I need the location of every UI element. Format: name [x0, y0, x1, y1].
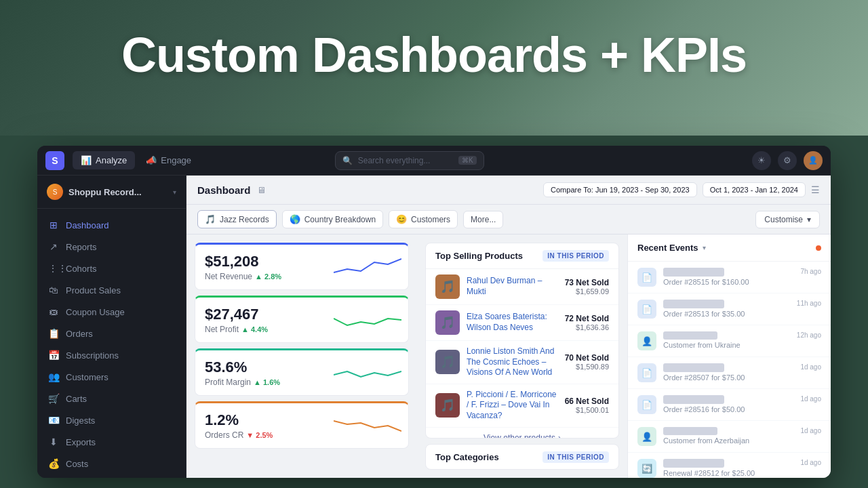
- event-time-2: 12h ago: [797, 331, 821, 339]
- org-chevron-icon: ▾: [173, 188, 176, 196]
- sidebar-label-exports: Exports: [66, 437, 96, 447]
- page-title: Dashboard: [197, 184, 250, 196]
- top-products-header: Top Selling Products IN THIS PERIOD: [426, 243, 618, 269]
- sidebar-item-carts[interactable]: 🛒 Carts: [37, 388, 186, 409]
- nav-tab-analyze[interactable]: 📊 Analyze: [73, 151, 135, 169]
- content-area: Dashboard 🖥 Compare To: Jun 19, 2023 - S…: [186, 176, 831, 478]
- event-desc-1: Order #28513 for $35.00: [663, 310, 790, 318]
- event-icon-0: 📄: [637, 268, 656, 287]
- event-icon-3: 📄: [637, 363, 656, 382]
- settings-button[interactable]: ⚙: [778, 151, 797, 170]
- more-tabs-button[interactable]: More...: [463, 211, 503, 228]
- orders-cr-change: ▼ 2.5%: [246, 431, 273, 439]
- carts-icon: 🛒: [48, 393, 59, 404]
- sidebar-item-cohorts[interactable]: ⋮⋮ Cohorts: [37, 258, 186, 279]
- sidebar-item-dashboard[interactable]: ⊞ Dashboard: [37, 214, 186, 236]
- metric-card-orders-cr: 1.2% Orders CR ▼ 2.5%: [195, 401, 409, 449]
- tab-customers[interactable]: 😊 Customers: [389, 210, 458, 228]
- customise-button[interactable]: Customise ▾: [755, 211, 820, 228]
- product-revenue-1: $1,636.36: [565, 323, 609, 331]
- product-revenue-0: $1,659.09: [565, 287, 609, 296]
- event-row-1: 📄 ██████████ ✓ Order #28513 for $35.00 1…: [628, 293, 831, 325]
- top-categories-card: Top Categories IN THIS PERIOD: [425, 444, 619, 470]
- product-row-1: 🎵 Elza Soares Baterista: Wilson Das Neve…: [426, 305, 618, 341]
- compare-badge[interactable]: Compare To: Jun 19, 2023 - Sep 30, 2023: [543, 182, 697, 197]
- search-shortcut: ⌘K: [458, 156, 477, 165]
- product-name-1[interactable]: Elza Soares Baterista: Wilson Das Neves: [467, 312, 558, 333]
- sidebar-label-cohorts: Cohorts: [66, 264, 97, 274]
- analyze-icon: 📊: [81, 155, 92, 165]
- event-desc-3: Order #28507 for $75.00: [663, 373, 793, 382]
- app-logo[interactable]: S: [45, 151, 64, 170]
- product-sold-0: 73 Net Sold: [565, 278, 609, 287]
- view-more-products[interactable]: View other products ›: [426, 428, 618, 439]
- dashboard-body: $51,208 Net Revenue ▲ 2.8% $: [186, 235, 831, 478]
- sidebar-item-coupon-usage[interactable]: 🎟 Coupon Usage: [37, 301, 186, 323]
- sidebar-nav: ⊞ Dashboard ↗ Reports ⋮⋮ Cohorts 🛍 Produ…: [37, 209, 186, 478]
- event-time-1: 11h ago: [797, 300, 821, 307]
- sidebar-item-subscriptions[interactable]: 📅 Subscriptions: [37, 344, 186, 366]
- product-row-3: 🎵 P. Piccioni / E. Morricone / F. Frizzi…: [426, 384, 618, 428]
- product-thumb-1: 🎵: [435, 310, 460, 335]
- date-controls: Compare To: Jun 19, 2023 - Sep 30, 2023 …: [543, 182, 820, 197]
- event-row-4: 📄 ██████████ ✓ Order #28516 for $50.00 1…: [628, 389, 831, 421]
- product-sales-icon: 🛍: [48, 285, 59, 296]
- product-name-2[interactable]: Lonnie Liston Smith And The Cosmic Echoe…: [467, 346, 558, 378]
- customise-label: Customise: [764, 215, 803, 224]
- event-time-6: 1d ago: [800, 459, 821, 466]
- product-row-0: 🎵 Rahul Dev Burman – Mukti 73 Net Sold $…: [426, 269, 618, 305]
- product-name-3[interactable]: P. Piccioni / E. Morricone / F. Frizzi –…: [467, 390, 558, 422]
- cohorts-icon: ⋮⋮: [48, 263, 59, 274]
- event-content-4: ██████████ ✓ Order #28516 for $50.00: [663, 395, 793, 413]
- top-categories-header: Top Categories IN THIS PERIOD: [426, 445, 618, 470]
- user-avatar[interactable]: 👤: [804, 151, 823, 170]
- profit-margin-change: ▲ 1.6%: [254, 378, 280, 386]
- content-header: Dashboard 🖥 Compare To: Jun 19, 2023 - S…: [186, 176, 831, 205]
- sidebar-item-digests[interactable]: 📧 Digests: [37, 409, 186, 431]
- org-selector[interactable]: S Shoppu Record... ▾: [37, 176, 186, 209]
- tab-country-breakdown[interactable]: 🌎 Country Breakdown: [282, 210, 383, 228]
- nav-tab-engage[interactable]: 📣 Engage: [138, 151, 199, 169]
- compare-label: Compare To:: [551, 186, 593, 194]
- reports-icon: ↗: [48, 241, 59, 252]
- country-breakdown-tab-icon: 🌎: [290, 214, 300, 224]
- customers-tab-icon: 😊: [396, 214, 407, 224]
- event-icon-1: 📄: [637, 300, 656, 319]
- orders-icon: 📋: [48, 328, 59, 339]
- sidebar-label-customers: Customers: [66, 372, 108, 382]
- search-bar[interactable]: 🔍 Search everything... ⌘K: [335, 151, 484, 170]
- event-icon-6: 🔄: [637, 459, 656, 478]
- sidebar-item-reports[interactable]: ↗ Reports: [37, 236, 186, 258]
- product-stats-0: 73 Net Sold $1,659.09: [565, 278, 609, 296]
- sidebar-item-customers[interactable]: 👥 Customers: [37, 366, 186, 388]
- net-profit-chart: [334, 305, 401, 335]
- top-nav: S 📊 Analyze 📣 Engage 🔍 Search everything…: [37, 146, 831, 176]
- header-menu-icon[interactable]: ☰: [811, 184, 820, 195]
- sidebar-label-orders: Orders: [66, 329, 93, 339]
- product-revenue-2: $1,590.89: [565, 363, 609, 371]
- product-name-0[interactable]: Rahul Dev Burman – Mukti: [467, 276, 558, 297]
- event-content-3: ██████████ ✓ Order #28507 for $75.00: [663, 363, 793, 382]
- notification-dot: [816, 245, 821, 251]
- sidebar-item-product-sales[interactable]: 🛍 Product Sales: [37, 279, 186, 301]
- app-window: S 📊 Analyze 📣 Engage 🔍 Search everything…: [37, 146, 831, 478]
- sidebar-item-orders[interactable]: 📋 Orders: [37, 323, 186, 344]
- event-time-4: 1d ago: [800, 395, 821, 403]
- event-row-5: 👤 ████████ Customer from Azerbaijan 1d a…: [628, 421, 831, 453]
- date-range-picker[interactable]: Oct 1, 2023 - Jan 12, 2024: [703, 182, 806, 197]
- sidebar-label-carts: Carts: [66, 394, 87, 404]
- product-stats-2: 70 Net Sold $1,590.89: [565, 353, 609, 371]
- customers-icon: 👥: [48, 371, 59, 382]
- sidebar-label-dashboard: Dashboard: [66, 220, 109, 230]
- top-categories-title: Top Categories: [435, 452, 499, 462]
- sidebar-item-costs[interactable]: 💰 Costs: [37, 453, 186, 474]
- event-icon-5: 👤: [637, 427, 656, 446]
- tab-jazz-records[interactable]: 🎵 Jazz Records: [197, 210, 277, 228]
- event-time-5: 1d ago: [800, 427, 821, 434]
- event-time-3: 1d ago: [800, 363, 821, 371]
- sidebar-item-store-settings[interactable]: ⚙ Store Settings: [37, 474, 186, 478]
- theme-toggle-button[interactable]: ☀: [752, 151, 771, 170]
- event-name-5: ████████: [663, 427, 793, 435]
- event-row-3: 📄 ██████████ ✓ Order #28507 for $75.00 1…: [628, 357, 831, 389]
- sidebar-item-exports[interactable]: ⬇ Exports: [37, 431, 186, 453]
